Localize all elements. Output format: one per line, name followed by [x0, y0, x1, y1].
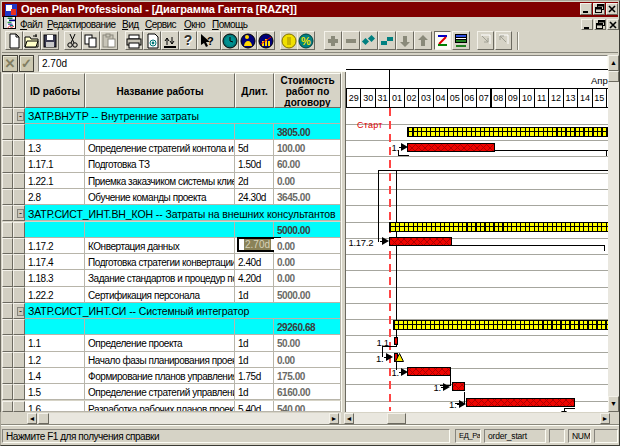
svg-text:?: ?: [207, 35, 214, 47]
svg-text:%: %: [301, 35, 311, 47]
